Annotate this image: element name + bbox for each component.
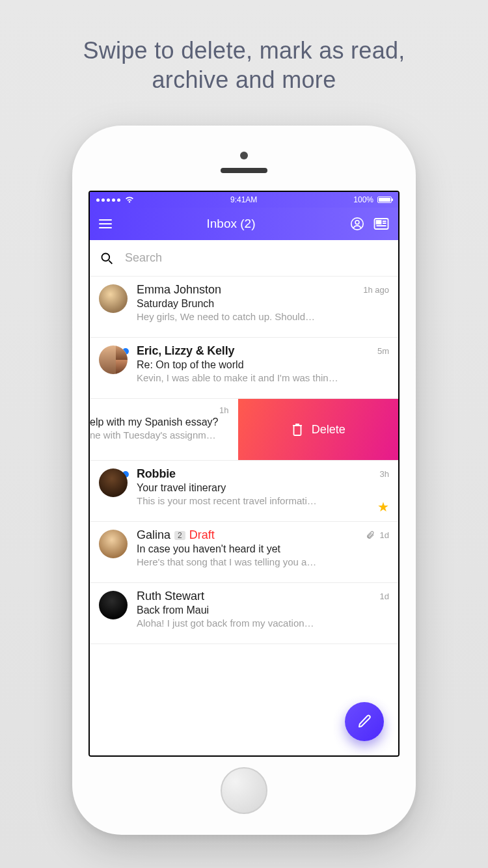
status-time: 9:41AM bbox=[230, 195, 257, 204]
draft-label: Draft bbox=[189, 528, 215, 542]
email-snippet: ne with Tuesday's assignm… bbox=[90, 429, 229, 441]
email-subject: In case you haven't heard it yet bbox=[137, 543, 389, 555]
email-row[interactable]: Robbie 3h Your travel itinerary This is … bbox=[90, 461, 398, 522]
promo-headline: Swipe to delete, mark as read, archive a… bbox=[83, 36, 405, 94]
svg-rect-9 bbox=[293, 426, 301, 435]
sender-name: Galina bbox=[137, 528, 170, 542]
search-bar[interactable] bbox=[90, 240, 398, 277]
star-icon[interactable]: ★ bbox=[377, 499, 389, 515]
avatar bbox=[99, 346, 128, 374]
page-title: Inbox (2) bbox=[112, 217, 350, 231]
email-subject: Your travel itinerary bbox=[137, 482, 389, 494]
svg-rect-3 bbox=[377, 221, 381, 224]
news-icon[interactable] bbox=[373, 217, 389, 230]
delete-label: Delete bbox=[312, 423, 346, 437]
avatar bbox=[99, 591, 128, 619]
phone-frame: 9:41AM 100% Inbox (2) bbox=[72, 126, 416, 835]
email-time: 1d bbox=[380, 591, 389, 601]
email-time: 1d bbox=[366, 530, 389, 540]
email-time: 5m bbox=[377, 346, 389, 356]
app-screen: 9:41AM 100% Inbox (2) bbox=[88, 191, 400, 757]
attachment-icon bbox=[366, 530, 377, 540]
sender-name: Ruth Stewart bbox=[137, 590, 204, 603]
email-snippet: This is your most recent travel informat… bbox=[137, 495, 389, 506]
wifi-icon bbox=[125, 197, 134, 203]
email-subject: Saturday Brunch bbox=[137, 298, 389, 310]
sender-name: Eric, Lizzy & Kelly bbox=[137, 344, 234, 358]
email-subject: Back from Maui bbox=[137, 604, 389, 616]
account-icon[interactable] bbox=[350, 217, 364, 231]
sender-name: Robbie bbox=[137, 467, 176, 481]
search-input[interactable] bbox=[125, 251, 388, 265]
menu-button[interactable] bbox=[99, 219, 112, 228]
email-row[interactable]: Ruth Stewart 1d Back from Maui Aloha! I … bbox=[90, 583, 398, 644]
email-subject: elp with my Spanish essay? bbox=[90, 416, 229, 428]
email-time: 3h bbox=[380, 469, 389, 479]
app-header: Inbox (2) bbox=[90, 208, 398, 240]
compose-button[interactable] bbox=[345, 702, 384, 741]
email-subject: Re: On top of the world bbox=[137, 359, 389, 371]
carrier-signal bbox=[96, 197, 134, 203]
avatar bbox=[99, 530, 128, 558]
email-time: 1h bbox=[219, 405, 228, 415]
sender-name: Emma Johnston bbox=[137, 283, 221, 297]
pencil-icon bbox=[357, 714, 372, 729]
email-row[interactable]: Galina 2 Draft 1d In case you haven't he… bbox=[90, 522, 398, 583]
thread-count-badge: 2 bbox=[174, 531, 185, 540]
svg-line-8 bbox=[109, 260, 112, 264]
email-row[interactable]: Eric, Lizzy & Kelly 5m Re: On top of the… bbox=[90, 338, 398, 399]
svg-point-7 bbox=[102, 253, 110, 261]
email-snippet: Aloha! I just got back from my vacation… bbox=[137, 617, 389, 629]
swipe-delete-action[interactable]: Delete bbox=[238, 399, 398, 460]
email-list[interactable]: Emma Johnston 1h ago Saturday Brunch Hey… bbox=[90, 277, 398, 755]
email-snippet: Here's that song that I was telling you … bbox=[137, 556, 389, 567]
status-bar: 9:41AM 100% bbox=[90, 192, 398, 208]
avatar bbox=[99, 468, 128, 497]
search-icon bbox=[100, 252, 113, 265]
email-snippet: Kevin, I was able to make it and I'm was… bbox=[137, 372, 389, 383]
email-row[interactable]: Emma Johnston 1h ago Saturday Brunch Hey… bbox=[90, 277, 398, 338]
email-row-swiped[interactable]: 1h elp with my Spanish essay? ne with Tu… bbox=[90, 399, 398, 461]
email-snippet: Hey girls, We need to catch up. Should… bbox=[137, 311, 389, 322]
avatar bbox=[99, 284, 128, 313]
battery-status: 100% bbox=[353, 195, 392, 204]
svg-point-1 bbox=[355, 221, 359, 224]
email-time: 1h ago bbox=[363, 285, 389, 295]
trash-icon bbox=[291, 422, 304, 437]
